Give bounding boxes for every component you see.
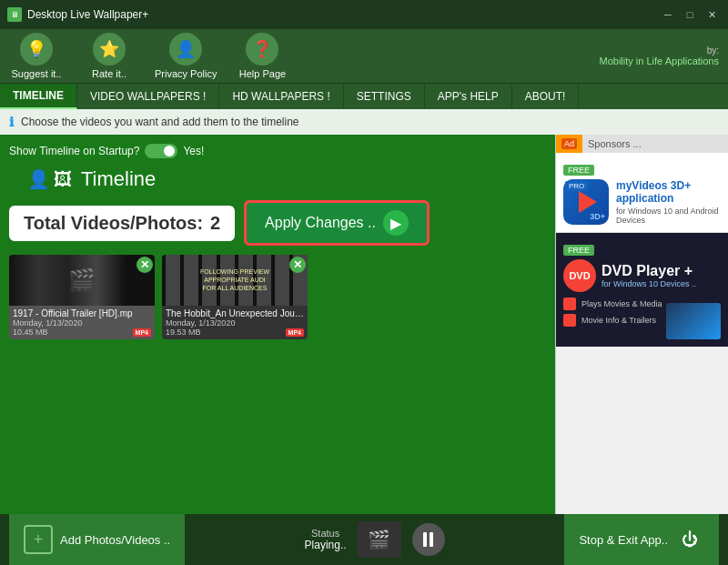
video-meta-1: Monday, 1/13/2020 (13, 318, 151, 328)
free-badge-2: FREE (563, 245, 594, 256)
privacy-icon: 👤 (169, 33, 202, 66)
close-button[interactable]: ✕ (703, 5, 721, 24)
video-name-2: The Hobbit_An Unexpected Journey - Offic… (166, 308, 304, 318)
ad-banner: Ad (556, 135, 582, 153)
green-empty-area (9, 348, 546, 505)
dvd-title: DVD Player + (602, 263, 696, 279)
dvd-sub: for Windows 10 Devices .. (602, 279, 696, 288)
content-area: Show Timeline on Startup? Yes! 👤 🖼 Timel… (0, 135, 555, 514)
toolbar-company-area: by: Mobility in Life Applications (600, 45, 719, 66)
maximize-button[interactable]: □ (681, 5, 699, 24)
mp4-badge-2: MP4 (286, 328, 304, 337)
free-badge-1: FREE (563, 165, 594, 176)
video-size-1: 10.45 MB (13, 328, 48, 337)
apply-arrow-icon: ▶ (383, 210, 409, 236)
video-film-strip-2: FOLLOWING PREVIEW APPROPRIATE AUDI FOR A… (162, 255, 308, 306)
info-icon: ℹ (9, 115, 14, 129)
apply-btn-label: Apply Changes .. (265, 215, 376, 231)
toolbar-privacy-label: Privacy Policy (155, 68, 217, 79)
tab-apps-help[interactable]: APP's HELP (425, 84, 512, 109)
add-btn-label: Add Photos/Videos .. (60, 533, 170, 547)
pro-badge: PRO (565, 181, 588, 191)
sponsors-bar: Sponsors ... (582, 135, 728, 153)
timeline-icons: 👤 🖼 (27, 168, 72, 190)
show-timeline-label: Show Timeline on Startup? (9, 145, 139, 157)
myvideos-app-sub: for Windows 10 and Android Devices (616, 207, 721, 225)
person-icon: 👤 (27, 168, 50, 190)
video-item: 🎬 ✕ 1917 - Official Trailer [HD].mp Mond… (9, 255, 155, 339)
myvideos-app-icon: PRO 3D+ (563, 179, 609, 225)
toggle-yes-label: Yes! (183, 145, 204, 157)
show-timeline-row: Show Timeline on Startup? Yes! (9, 144, 546, 158)
add-photos-button[interactable]: + Add Photos/Videos .. (9, 514, 185, 565)
video-items: 🎬 ✕ 1917 - Official Trailer [HD].mp Mond… (9, 255, 546, 339)
video-close-button-2[interactable]: ✕ (289, 257, 306, 273)
toolbar-rate-label: Rate it.. (92, 68, 126, 79)
video-info-2: The Hobbit_An Unexpected Journey - Offic… (162, 306, 308, 339)
status-area: Status Playing.. 🎬 (185, 521, 564, 558)
playing-thumbnail: 🎬 (358, 521, 401, 558)
toolbar-privacy[interactable]: 👤 Privacy Policy (155, 33, 217, 79)
info-text: Choose the videos you want and add them … (21, 116, 299, 128)
status-text: Status Playing.. (305, 528, 347, 551)
dvd-screenshot (666, 303, 721, 339)
ad-card-myvideos[interactable]: FREE PRO 3D+ myVideos 3D+ application fo… (556, 153, 728, 233)
tab-about[interactable]: ABOUT! (512, 84, 580, 109)
pause-icon (423, 532, 434, 547)
video-size-2: 19.53 MB (166, 328, 201, 337)
bottom-bar: + Add Photos/Videos .. Status Playing.. … (0, 514, 728, 565)
add-icon: + (24, 525, 53, 554)
by-label: by: (707, 45, 719, 55)
preview-text-2: FOLLOWING PREVIEW APPROPRIATE AUDI FOR A… (200, 267, 269, 292)
sidebar: Ad Sponsors ... FREE PRO 3D+ myVideos 3D… (555, 135, 728, 514)
video-item-2: FOLLOWING PREVIEW APPROPRIATE AUDI FOR A… (162, 255, 308, 339)
tab-timeline[interactable]: TIMELINE (0, 84, 77, 109)
toolbar-suggest[interactable]: 💡 Suggest it.. (9, 33, 64, 79)
tab-hd-wallpapers[interactable]: HD WALLPAPERS ! (219, 84, 343, 109)
stop-exit-button[interactable]: Stop & Exit App.. ⏻ (564, 514, 719, 565)
toolbar-rate[interactable]: ⭐ Rate it.. (82, 33, 136, 79)
titlebar: 🖥 Desktop Live Wallpaper+ ─ □ ✕ (0, 0, 728, 29)
total-count: 2 (210, 213, 220, 233)
main-layout: Show Timeline on Startup? Yes! 👤 🖼 Timel… (0, 135, 728, 514)
ad-tag: Ad (561, 138, 577, 149)
video-meta-2: Monday, 1/13/2020 (166, 318, 304, 328)
status-label: Status (305, 528, 347, 539)
dvd-feature-text-2: Movie Info & Trailers (581, 316, 656, 325)
help-icon: ❓ (246, 33, 278, 66)
toolbar-suggest-label: Suggest it.. (11, 68, 61, 79)
dvd-feature-text-1: Plays Movies & Media (581, 299, 662, 308)
play-triangle-icon (579, 191, 597, 213)
video-info-1: 1917 - Official Trailer [HD].mp Monday, … (9, 306, 155, 339)
video-name-1: 1917 - Official Trailer [HD].mp (13, 308, 151, 318)
ad-app-row-1: PRO 3D+ myVideos 3D+ application for Win… (563, 179, 721, 225)
total-videos-box: Total Videos/Photos: 2 (9, 206, 235, 241)
app-icon: 🖥 (7, 7, 22, 22)
video-close-button-1[interactable]: ✕ (136, 257, 153, 273)
toolbar-help-label: Help Page (239, 68, 286, 79)
stop-btn-label: Stop & Exit App.. (579, 533, 668, 547)
pause-bar-left (423, 532, 427, 547)
dvd-feature-icon-1 (563, 298, 576, 310)
sponsors-label: Sponsors ... (588, 138, 642, 149)
apply-changes-button[interactable]: Apply Changes .. ▶ (244, 200, 430, 246)
titlebar-title: Desktop Live Wallpaper+ (27, 8, 148, 21)
company-name: Mobility in Life Applications (600, 55, 719, 66)
pause-button[interactable] (412, 523, 445, 556)
total-label: Total Videos/Photos: (24, 213, 203, 233)
video-date-2: Monday, 1/13/2020 (166, 318, 235, 328)
pause-bar-right (430, 532, 433, 547)
rate-icon: ⭐ (93, 33, 126, 66)
video-date-1: Monday, 1/13/2020 (13, 318, 82, 328)
info-bar: ℹ Choose the videos you want and add the… (0, 109, 728, 135)
toolbar-help[interactable]: ❓ Help Page (235, 33, 289, 79)
tab-video-wallpapers[interactable]: VIDEO WALLPAPERS ! (77, 84, 219, 109)
minimize-button[interactable]: ─ (659, 5, 677, 24)
nav-tabs: TIMELINE VIDEO WALLPAPERS ! HD WALLPAPER… (0, 84, 728, 109)
dvd-logo-row: DVD DVD Player + for Windows 10 Devices … (563, 259, 721, 292)
show-timeline-toggle[interactable] (145, 144, 177, 158)
tab-settings[interactable]: SETTINGS (344, 84, 425, 109)
dvd-icon: DVD (563, 259, 596, 292)
image-icon: 🖼 (54, 169, 72, 190)
ad-card-dvd[interactable]: FREE DVD DVD Player + for Windows 10 Dev… (556, 233, 728, 347)
